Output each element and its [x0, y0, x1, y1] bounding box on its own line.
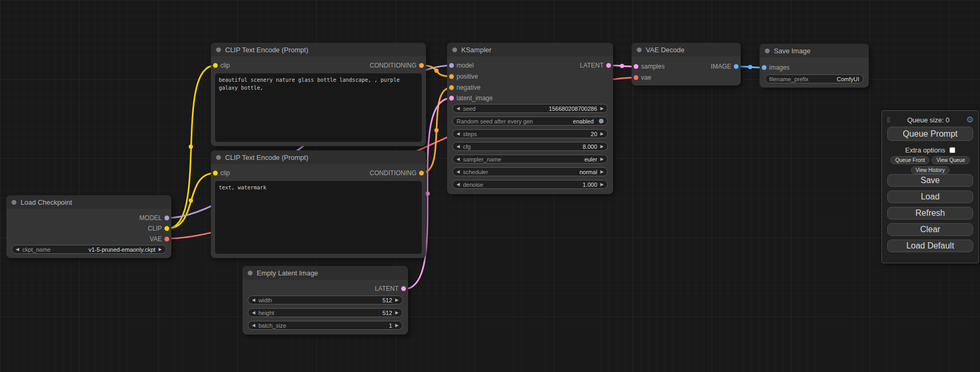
- drag-handle-icon[interactable]: ⣿: [887, 117, 890, 122]
- node-collapse-icon[interactable]: [216, 47, 221, 52]
- decrement-arrow-icon[interactable]: ◀: [457, 157, 460, 161]
- decrement-arrow-icon[interactable]: ◀: [252, 298, 255, 302]
- decrement-arrow-icon[interactable]: ◀: [457, 145, 460, 149]
- menu-header: ⣿ Queue size: 0 ⚙: [882, 115, 978, 125]
- increment-arrow-icon[interactable]: ▶: [600, 157, 604, 161]
- increment-arrow-icon[interactable]: ▶: [395, 311, 399, 315]
- clear-button[interactable]: Clear: [887, 223, 973, 236]
- model-output-port[interactable]: [164, 216, 169, 221]
- node-collapse-icon[interactable]: [12, 200, 16, 205]
- decrement-arrow-icon[interactable]: ◀: [252, 311, 255, 315]
- widget-value: normal: [579, 169, 597, 175]
- vae-input-port[interactable]: [634, 75, 638, 80]
- decrement-arrow-icon[interactable]: ◀: [252, 323, 255, 328]
- save-button[interactable]: Save: [887, 174, 973, 187]
- decrement-arrow-icon[interactable]: ◀: [457, 183, 460, 187]
- settings-gear-icon[interactable]: ⚙: [966, 116, 974, 124]
- node-ksampler[interactable]: KSampler model LATENT positive negative …: [447, 43, 613, 194]
- negative-input-port[interactable]: [449, 85, 454, 90]
- view-queue-button[interactable]: View Queue: [932, 156, 969, 164]
- increment-arrow-icon[interactable]: ▶: [395, 323, 399, 328]
- widget-value: 1.000: [583, 182, 597, 188]
- load-default-button[interactable]: Load Default: [887, 240, 973, 252]
- node-collapse-icon[interactable]: [452, 47, 457, 52]
- node-title: KSampler: [461, 46, 491, 54]
- increment-arrow-icon[interactable]: ▶: [600, 183, 604, 187]
- node-empty-latent-image[interactable]: Empty Latent Image LATENT ◀ width 512 ▶ …: [242, 266, 408, 335]
- widget-steps[interactable]: ◀ steps 20 ▶: [452, 129, 608, 138]
- node-title-bar[interactable]: Save Image: [760, 44, 869, 58]
- increment-arrow-icon[interactable]: ▶: [600, 170, 604, 174]
- widget-sampler-name[interactable]: ◀ sampler_name euler ▶: [452, 155, 608, 164]
- widget-cfg[interactable]: ◀ cfg 8.000 ▶: [452, 142, 608, 151]
- node-title-bar[interactable]: Empty Latent Image: [242, 266, 408, 280]
- widget-batch-size[interactable]: ◀ batch_size 1 ▶: [248, 321, 403, 330]
- node-load-checkpoint[interactable]: Load Checkpoint MODEL CLIP VAE ◀ ckpt_na…: [6, 195, 171, 258]
- clip-output-port[interactable]: [164, 226, 169, 231]
- extra-options-row: Extra options: [882, 146, 978, 154]
- extra-options-checkbox[interactable]: [949, 147, 955, 153]
- positive-prompt-textarea[interactable]: beautiful scenery nature glass bottle la…: [215, 73, 422, 142]
- widget-value: euler: [584, 156, 597, 163]
- node-title-bar[interactable]: KSampler: [447, 43, 613, 56]
- latent-output-port[interactable]: [401, 287, 406, 291]
- widget-scheduler[interactable]: ◀ scheduler normal ▶: [452, 167, 608, 176]
- comfyui-node-graph-canvas[interactable]: { "colors": { "model": "#B39DDB", "clip"…: [0, 0, 980, 372]
- input-slot-images: images: [760, 62, 869, 73]
- node-collapse-icon[interactable]: [216, 155, 221, 160]
- link-midpoint-dot: [434, 128, 439, 132]
- node-title-bar[interactable]: CLIP Text Encode (Prompt): [211, 43, 426, 56]
- node-title-bar[interactable]: CLIP Text Encode (Prompt): [211, 150, 426, 164]
- widget-value: 512: [382, 297, 392, 303]
- toggle-on-indicator[interactable]: [599, 119, 604, 123]
- widget-name: scheduler: [463, 169, 488, 175]
- node-collapse-icon[interactable]: [765, 49, 770, 53]
- node-collapse-icon[interactable]: [248, 271, 253, 275]
- positive-input-port[interactable]: [449, 74, 454, 79]
- queue-front-button[interactable]: Queue Front: [890, 156, 929, 164]
- input-slot-label: latent_image: [457, 94, 493, 102]
- image-output-port[interactable]: [734, 64, 739, 69]
- widget-value: 156680208700286: [549, 106, 597, 112]
- queue-prompt-button[interactable]: Queue Prompt: [887, 127, 973, 141]
- widget-filename-prefix[interactable]: filename_prefix ComfyUI: [765, 74, 863, 83]
- widget-name: width: [258, 297, 272, 303]
- node-vae-decode[interactable]: VAE Decode samples IMAGE vae: [632, 43, 741, 85]
- extra-options-label: Extra options: [905, 146, 945, 154]
- negative-prompt-textarea[interactable]: text, watermark: [215, 181, 422, 254]
- output-slot-latent: LATENT: [447, 60, 613, 71]
- node-clip-text-encode-positive[interactable]: CLIP Text Encode (Prompt) clip CONDITION…: [211, 43, 426, 146]
- node-save-image[interactable]: Save Image images filename_prefix ComfyU…: [760, 44, 869, 88]
- widget-height[interactable]: ◀ height 512 ▶: [248, 308, 403, 317]
- increment-arrow-icon[interactable]: ▶: [395, 298, 399, 302]
- decrement-arrow-icon[interactable]: ◀: [16, 247, 19, 252]
- node-title-bar[interactable]: Load Checkpoint: [6, 195, 171, 209]
- refresh-button[interactable]: Refresh: [887, 207, 973, 220]
- widget-denoise[interactable]: ◀ denoise 1.000 ▶: [452, 180, 608, 189]
- increment-arrow-icon[interactable]: ▶: [159, 247, 162, 252]
- widget-random-seed-toggle[interactable]: Random seed after every gen enabled: [452, 117, 608, 126]
- increment-arrow-icon[interactable]: ▶: [600, 132, 604, 136]
- load-button[interactable]: Load: [887, 190, 973, 203]
- latent-image-input-port[interactable]: [449, 96, 454, 101]
- node-clip-text-encode-negative[interactable]: CLIP Text Encode (Prompt) clip CONDITION…: [211, 150, 426, 258]
- widget-seed[interactable]: ◀ seed 156680208700286 ▶: [452, 104, 608, 113]
- widget-name: height: [258, 310, 274, 316]
- output-slot-model: MODEL: [6, 213, 171, 223]
- increment-arrow-icon[interactable]: ▶: [600, 145, 604, 149]
- output-slot-label: CLIP: [148, 225, 162, 232]
- decrement-arrow-icon[interactable]: ◀: [457, 107, 460, 111]
- conditioning-output-port[interactable]: [419, 63, 424, 68]
- images-input-port[interactable]: [762, 65, 766, 70]
- view-history-button[interactable]: View History: [911, 166, 949, 174]
- node-title-bar[interactable]: VAE Decode: [632, 43, 741, 56]
- node-collapse-icon[interactable]: [637, 47, 642, 52]
- latent-output-port[interactable]: [606, 63, 611, 68]
- widget-ckpt-name[interactable]: ◀ ckpt_name v1-5-pruned-emaonly.ckpt ▶: [12, 245, 166, 254]
- increment-arrow-icon[interactable]: ▶: [600, 107, 604, 111]
- conditioning-output-port[interactable]: [419, 171, 424, 176]
- decrement-arrow-icon[interactable]: ◀: [457, 170, 460, 174]
- vae-output-port[interactable]: [164, 237, 169, 242]
- decrement-arrow-icon[interactable]: ◀: [457, 132, 460, 136]
- widget-width[interactable]: ◀ width 512 ▶: [248, 295, 403, 304]
